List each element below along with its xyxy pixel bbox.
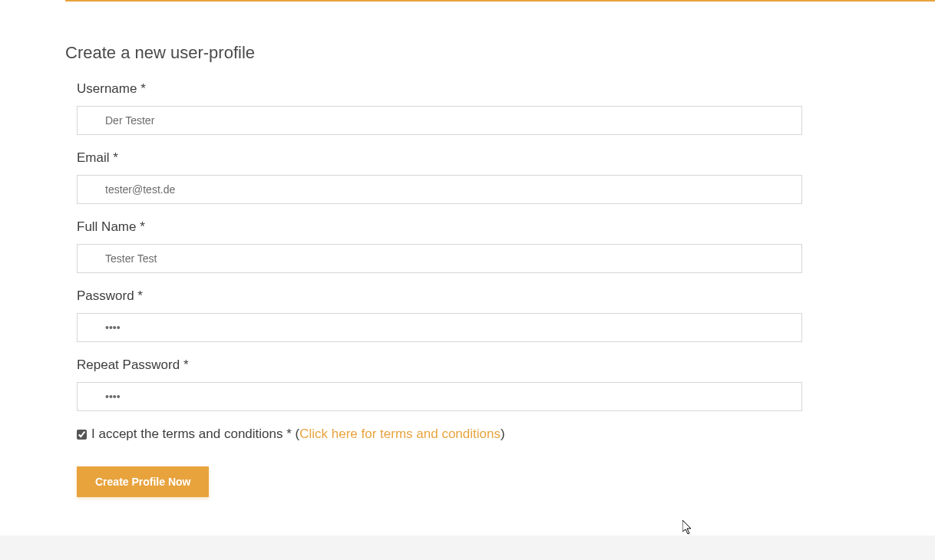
repeat-password-label: Repeat Password *: [77, 357, 870, 373]
terms-checkbox[interactable]: [77, 430, 87, 440]
fullname-input[interactable]: [77, 244, 802, 273]
email-field-group: Email *: [77, 150, 870, 204]
terms-text-prefix: I accept the terms and conditions * (: [91, 427, 299, 442]
repeat-password-field-group: Repeat Password *: [77, 357, 870, 411]
page-title: Create a new user-profile: [65, 43, 870, 63]
username-field-group: Username *: [77, 81, 870, 135]
footer-background: [0, 535, 935, 560]
terms-row: I accept the terms and conditions * (Cli…: [77, 427, 870, 442]
page-content: Create a new user-profile Username * Ema…: [0, 0, 935, 497]
email-input[interactable]: [77, 175, 802, 204]
password-field-group: Password *: [77, 288, 870, 342]
username-label: Username *: [77, 81, 870, 97]
terms-text-suffix: ): [501, 427, 505, 442]
password-label: Password *: [77, 288, 870, 304]
top-divider: [65, 0, 935, 2]
fullname-label: Full Name *: [77, 219, 870, 235]
password-input[interactable]: [77, 313, 802, 342]
repeat-password-input[interactable]: [77, 382, 802, 411]
username-input[interactable]: [77, 106, 802, 135]
email-label: Email *: [77, 150, 870, 166]
create-profile-button[interactable]: Create Profile Now: [77, 466, 209, 497]
cursor-icon: [682, 520, 693, 535]
fullname-field-group: Full Name *: [77, 219, 870, 273]
create-profile-form: Username * Email * Full Name * Password …: [65, 81, 870, 497]
terms-link[interactable]: Click here for terms and conditions: [299, 427, 501, 442]
